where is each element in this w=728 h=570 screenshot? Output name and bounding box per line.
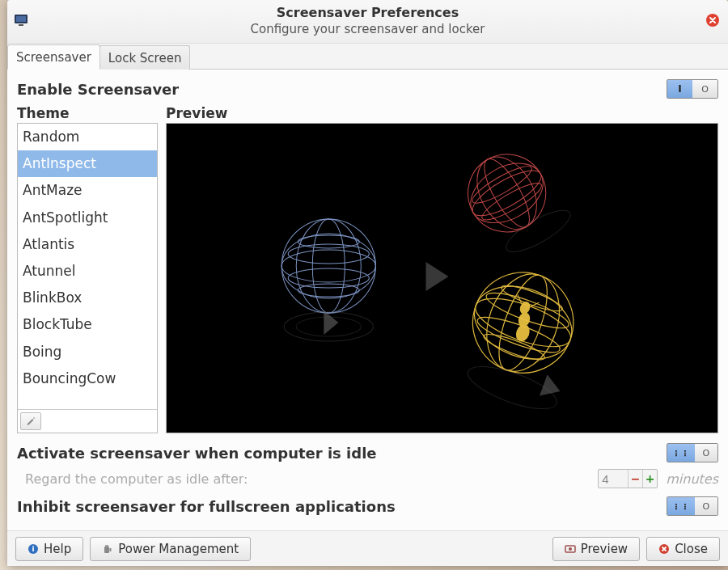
theme-item[interactable]: BlinkBox [18, 285, 157, 311]
svg-rect-2 [19, 24, 23, 26]
theme-item[interactable]: BouncingCow [18, 365, 157, 392]
activate-idle-label: Activate screensaver when computer is id… [17, 445, 377, 462]
svg-rect-1 [16, 16, 26, 22]
enable-toggle[interactable]: I O [667, 79, 718, 99]
close-button[interactable]: Close [646, 537, 720, 561]
svg-point-8 [296, 219, 361, 313]
theme-item[interactable]: BlockTube [18, 311, 157, 338]
theme-item[interactable]: Atlantis [18, 231, 157, 258]
svg-point-10 [288, 268, 369, 288]
inhibit-label: Inhibit screensaver for fullscreen appli… [17, 498, 396, 515]
monitor-icon [14, 13, 28, 27]
power-label: Power Management [118, 542, 239, 556]
content: Enable Screensaver I O Theme RandomAntIn… [7, 70, 728, 530]
tab-screensaver[interactable]: Screensaver [7, 44, 100, 70]
svg-point-18 [460, 151, 553, 235]
toggle-off-glyph: O [701, 84, 709, 95]
idle-minutes-spinner[interactable]: − + [598, 469, 658, 488]
theme-item[interactable]: AntMaze [18, 177, 157, 204]
toggle-on-glyph: I [678, 83, 681, 95]
close-icon [658, 543, 670, 555]
tab-lock-screen[interactable]: Lock Screen [99, 45, 191, 70]
theme-item[interactable]: Atunnel [18, 258, 157, 285]
svg-marker-40 [425, 262, 448, 291]
svg-point-12 [298, 284, 359, 297]
svg-point-9 [288, 244, 369, 264]
theme-settings-button[interactable] [20, 412, 41, 430]
theme-item[interactable]: Random [18, 124, 157, 150]
preview-area [166, 123, 718, 433]
svg-text:i: i [32, 545, 34, 553]
svg-point-20 [465, 146, 549, 239]
window-title: Screensaver Preferences [250, 5, 485, 20]
preferences-window: Screensaver Preferences Configure your s… [7, 0, 728, 566]
svg-point-4 [281, 219, 375, 313]
settings-icon [26, 415, 36, 428]
svg-point-6 [281, 234, 375, 298]
close-label: Close [675, 542, 708, 556]
theme-item[interactable]: Boing [18, 339, 157, 365]
minus-icon[interactable]: − [628, 470, 642, 488]
toggle-off-glyph: O [703, 501, 710, 512]
preview-label: Preview [581, 542, 628, 556]
idle-minutes-input[interactable] [599, 471, 628, 488]
titlebar: Screensaver Preferences Configure your s… [7, 0, 728, 44]
close-window-icon[interactable] [705, 13, 720, 27]
toggle-handle-icon: ⋮⋮ [672, 502, 690, 511]
theme-header: Theme [17, 105, 158, 121]
minutes-unit: minutes [666, 471, 718, 487]
theme-item[interactable]: AntSpotlight [18, 205, 157, 231]
svg-marker-39 [540, 374, 564, 402]
svg-point-46 [569, 547, 572, 551]
svg-point-35 [514, 323, 532, 344]
svg-point-16 [454, 140, 560, 246]
footer: i Help Power Management Preview Close [7, 530, 728, 566]
svg-point-23 [501, 203, 575, 259]
help-icon: i [28, 543, 39, 555]
toggle-handle-icon: ⋮⋮ [672, 449, 690, 458]
svg-point-5 [281, 250, 375, 282]
toggle-off-glyph: O [703, 448, 710, 458]
theme-item[interactable]: AntInspect [18, 150, 157, 177]
preview-button[interactable]: Preview [552, 537, 640, 561]
window-subtitle: Configure your screensaver and locker [250, 21, 485, 38]
help-button[interactable]: i Help [15, 537, 83, 561]
regard-idle-label: Regard the computer as idle after: [25, 471, 248, 487]
svg-point-11 [298, 235, 359, 248]
plus-icon[interactable]: + [642, 470, 657, 488]
preview-header: Preview [166, 105, 718, 121]
svg-rect-43 [104, 547, 109, 553]
power-management-button[interactable]: Power Management [90, 537, 251, 561]
activate-idle-toggle[interactable]: ⋮⋮ O [667, 443, 718, 462]
theme-list[interactable]: RandomAntInspectAntMazeAntSpotlightAtlan… [17, 123, 158, 433]
enable-label: Enable Screensaver [17, 81, 179, 98]
tabs: Screensaver Lock Screen [7, 44, 728, 70]
help-label: Help [44, 542, 71, 556]
preview-icon [565, 543, 576, 555]
svg-point-7 [312, 219, 345, 313]
power-icon [102, 543, 113, 555]
svg-rect-44 [110, 548, 112, 551]
inhibit-toggle[interactable]: ⋮⋮ O [667, 496, 718, 516]
svg-marker-15 [324, 310, 338, 335]
